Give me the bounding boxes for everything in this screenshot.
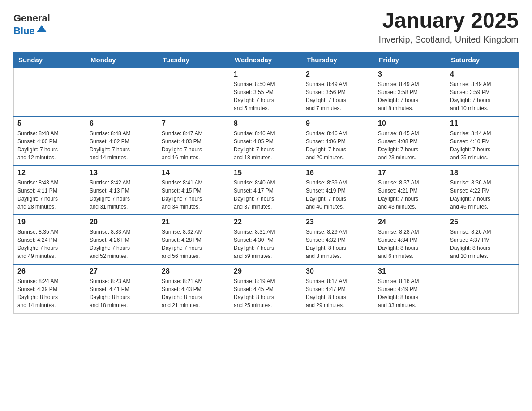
day-number: 19 (17, 218, 82, 226)
day-number: 2 (306, 70, 370, 78)
calendar-week-row: 1Sunrise: 8:50 AM Sunset: 3:55 PM Daylig… (14, 67, 519, 116)
calendar-day-cell: 31Sunrise: 8:16 AM Sunset: 4:49 PM Dayli… (374, 264, 446, 313)
day-number: 14 (162, 169, 226, 177)
day-info: Sunrise: 8:16 AM Sunset: 4:49 PM Dayligh… (378, 277, 442, 309)
day-number: 29 (234, 267, 298, 275)
calendar-day-cell: 25Sunrise: 8:26 AM Sunset: 4:37 PM Dayli… (446, 215, 519, 264)
day-number: 20 (90, 218, 154, 226)
day-info: Sunrise: 8:50 AM Sunset: 3:55 PM Dayligh… (234, 80, 298, 112)
calendar-week-row: 19Sunrise: 8:35 AM Sunset: 4:24 PM Dayli… (14, 215, 519, 264)
calendar-day-cell: 17Sunrise: 8:37 AM Sunset: 4:21 PM Dayli… (374, 166, 446, 215)
day-info: Sunrise: 8:33 AM Sunset: 4:26 PM Dayligh… (90, 228, 154, 260)
calendar-day-cell (86, 67, 158, 116)
calendar-day-cell: 4Sunrise: 8:49 AM Sunset: 3:59 PM Daylig… (446, 67, 519, 116)
day-number: 22 (234, 218, 298, 226)
calendar-day-cell: 10Sunrise: 8:45 AM Sunset: 4:08 PM Dayli… (374, 116, 446, 166)
logo: General Blue (13, 13, 50, 38)
calendar-day-cell: 29Sunrise: 8:19 AM Sunset: 4:45 PM Dayli… (230, 264, 302, 313)
calendar-day-cell: 27Sunrise: 8:23 AM Sunset: 4:41 PM Dayli… (86, 264, 158, 313)
calendar-day-cell: 6Sunrise: 8:48 AM Sunset: 4:02 PM Daylig… (86, 116, 158, 166)
location-title: Inverkip, Scotland, United Kingdom (379, 34, 519, 45)
calendar-day-cell: 7Sunrise: 8:47 AM Sunset: 4:03 PM Daylig… (158, 116, 230, 166)
day-info: Sunrise: 8:29 AM Sunset: 4:32 PM Dayligh… (306, 228, 370, 260)
day-number: 31 (378, 267, 442, 275)
calendar-day-cell: 30Sunrise: 8:17 AM Sunset: 4:47 PM Dayli… (302, 264, 374, 313)
calendar-day-cell: 3Sunrise: 8:49 AM Sunset: 3:58 PM Daylig… (374, 67, 446, 116)
day-info: Sunrise: 8:47 AM Sunset: 4:03 PM Dayligh… (162, 129, 226, 162)
logo-text-blue: Blue (13, 25, 35, 37)
day-number: 15 (234, 169, 298, 177)
calendar-day-cell: 15Sunrise: 8:40 AM Sunset: 4:17 PM Dayli… (230, 166, 302, 215)
day-number: 8 (234, 120, 298, 128)
title-area: January 2025 Inverkip, Scotland, United … (379, 9, 519, 45)
day-number: 9 (306, 120, 370, 128)
calendar-day-cell: 16Sunrise: 8:39 AM Sunset: 4:19 PM Dayli… (302, 166, 374, 215)
calendar-day-cell (14, 67, 86, 116)
day-number: 17 (378, 169, 442, 177)
calendar-day-cell (158, 67, 230, 116)
day-info: Sunrise: 8:28 AM Sunset: 4:34 PM Dayligh… (378, 228, 442, 260)
calendar-day-cell: 9Sunrise: 8:46 AM Sunset: 4:06 PM Daylig… (302, 116, 374, 166)
calendar-day-cell: 22Sunrise: 8:31 AM Sunset: 4:30 PM Dayli… (230, 215, 302, 264)
calendar-day-cell: 28Sunrise: 8:21 AM Sunset: 4:43 PM Dayli… (158, 264, 230, 313)
day-number: 28 (162, 267, 226, 275)
day-info: Sunrise: 8:21 AM Sunset: 4:43 PM Dayligh… (162, 277, 226, 309)
calendar-day-cell: 23Sunrise: 8:29 AM Sunset: 4:32 PM Dayli… (302, 215, 374, 264)
day-number: 10 (378, 120, 442, 128)
day-of-week-header: Monday (86, 52, 158, 67)
day-info: Sunrise: 8:39 AM Sunset: 4:19 PM Dayligh… (306, 179, 370, 211)
calendar-day-cell: 24Sunrise: 8:28 AM Sunset: 4:34 PM Dayli… (374, 215, 446, 264)
day-number: 5 (17, 120, 82, 128)
day-of-week-header: Tuesday (158, 52, 230, 67)
day-info: Sunrise: 8:46 AM Sunset: 4:06 PM Dayligh… (306, 129, 370, 162)
day-info: Sunrise: 8:23 AM Sunset: 4:41 PM Dayligh… (90, 277, 154, 309)
calendar-day-cell: 26Sunrise: 8:24 AM Sunset: 4:39 PM Dayli… (14, 264, 86, 313)
day-info: Sunrise: 8:43 AM Sunset: 4:11 PM Dayligh… (17, 179, 82, 211)
day-of-week-header: Wednesday (230, 52, 302, 67)
day-info: Sunrise: 8:40 AM Sunset: 4:17 PM Dayligh… (234, 179, 298, 211)
day-info: Sunrise: 8:49 AM Sunset: 3:58 PM Dayligh… (378, 80, 442, 112)
day-info: Sunrise: 8:41 AM Sunset: 4:15 PM Dayligh… (162, 179, 226, 211)
day-number: 4 (450, 70, 515, 78)
day-number: 24 (378, 218, 442, 226)
day-number: 1 (234, 70, 298, 78)
calendar-day-cell: 8Sunrise: 8:46 AM Sunset: 4:05 PM Daylig… (230, 116, 302, 166)
day-number: 11 (450, 120, 515, 128)
logo-triangle-icon (37, 24, 47, 33)
day-number: 21 (162, 218, 226, 226)
day-info: Sunrise: 8:49 AM Sunset: 3:59 PM Dayligh… (450, 80, 515, 112)
day-info: Sunrise: 8:19 AM Sunset: 4:45 PM Dayligh… (234, 277, 298, 309)
calendar-day-cell: 19Sunrise: 8:35 AM Sunset: 4:24 PM Dayli… (14, 215, 86, 264)
calendar-day-cell: 14Sunrise: 8:41 AM Sunset: 4:15 PM Dayli… (158, 166, 230, 215)
day-number: 12 (17, 169, 82, 177)
day-info: Sunrise: 8:26 AM Sunset: 4:37 PM Dayligh… (450, 228, 515, 260)
day-info: Sunrise: 8:36 AM Sunset: 4:22 PM Dayligh… (450, 179, 515, 211)
logo-icon: General Blue (13, 13, 50, 38)
day-info: Sunrise: 8:44 AM Sunset: 4:10 PM Dayligh… (450, 129, 515, 162)
calendar-week-row: 26Sunrise: 8:24 AM Sunset: 4:39 PM Dayli… (14, 264, 519, 313)
day-info: Sunrise: 8:32 AM Sunset: 4:28 PM Dayligh… (162, 228, 226, 260)
day-number: 30 (306, 267, 370, 275)
day-number: 27 (90, 267, 154, 275)
day-number: 16 (306, 169, 370, 177)
calendar-header: SundayMondayTuesdayWednesdayThursdayFrid… (14, 52, 519, 67)
calendar-day-cell: 11Sunrise: 8:44 AM Sunset: 4:10 PM Dayli… (446, 116, 519, 166)
calendar-body: 1Sunrise: 8:50 AM Sunset: 3:55 PM Daylig… (14, 67, 519, 313)
calendar-day-cell: 12Sunrise: 8:43 AM Sunset: 4:11 PM Dayli… (14, 166, 86, 215)
day-info: Sunrise: 8:45 AM Sunset: 4:08 PM Dayligh… (378, 129, 442, 162)
day-info: Sunrise: 8:17 AM Sunset: 4:47 PM Dayligh… (306, 277, 370, 309)
day-number: 23 (306, 218, 370, 226)
day-info: Sunrise: 8:48 AM Sunset: 4:02 PM Dayligh… (90, 129, 154, 162)
calendar-day-cell: 21Sunrise: 8:32 AM Sunset: 4:28 PM Dayli… (158, 215, 230, 264)
day-number: 18 (450, 169, 515, 177)
day-number: 26 (17, 267, 82, 275)
calendar-day-cell (446, 264, 519, 313)
calendar-day-cell: 18Sunrise: 8:36 AM Sunset: 4:22 PM Dayli… (446, 166, 519, 215)
calendar-day-cell: 5Sunrise: 8:48 AM Sunset: 4:00 PM Daylig… (14, 116, 86, 166)
day-of-week-header: Sunday (14, 52, 86, 67)
day-number: 7 (162, 120, 226, 128)
calendar-week-row: 12Sunrise: 8:43 AM Sunset: 4:11 PM Dayli… (14, 166, 519, 215)
calendar-day-cell: 13Sunrise: 8:42 AM Sunset: 4:13 PM Dayli… (86, 166, 158, 215)
day-info: Sunrise: 8:49 AM Sunset: 3:56 PM Dayligh… (306, 80, 370, 112)
svg-marker-0 (37, 25, 47, 32)
